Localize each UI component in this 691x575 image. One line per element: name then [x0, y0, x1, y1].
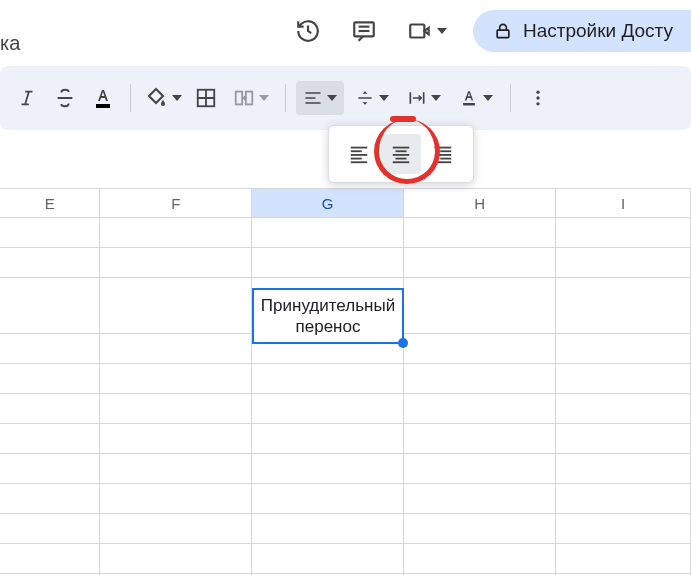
text-rotate-button[interactable] [452, 81, 500, 115]
svg-rect-6 [96, 104, 110, 108]
text-color-button[interactable] [86, 81, 120, 115]
cell[interactable] [252, 514, 404, 544]
col-header-h[interactable]: H [404, 189, 556, 217]
cell[interactable] [556, 248, 691, 278]
cell[interactable] [252, 248, 404, 278]
fill-color-button[interactable] [141, 81, 185, 115]
cell[interactable] [404, 218, 556, 248]
cell[interactable] [0, 334, 100, 364]
cell[interactable] [0, 364, 100, 394]
cell[interactable] [0, 484, 100, 514]
svg-rect-4 [497, 30, 509, 37]
cell[interactable] [556, 218, 691, 248]
cell[interactable] [556, 544, 691, 574]
cell[interactable] [556, 334, 691, 364]
cell[interactable] [100, 484, 252, 514]
cell[interactable] [100, 278, 252, 334]
comment-icon[interactable] [347, 14, 381, 48]
svg-point-20 [536, 96, 539, 99]
borders-button[interactable] [189, 81, 223, 115]
cell[interactable] [100, 334, 252, 364]
cell[interactable] [252, 218, 404, 248]
cell[interactable] [404, 544, 556, 574]
cell[interactable] [404, 248, 556, 278]
cell[interactable] [252, 364, 404, 394]
text-wrap-button[interactable] [400, 81, 448, 115]
align-left-option[interactable] [339, 134, 379, 174]
cell[interactable] [100, 364, 252, 394]
toolbar [0, 66, 691, 130]
cell[interactable] [556, 394, 691, 424]
cell[interactable] [0, 454, 100, 484]
cell[interactable] [252, 544, 404, 574]
cell[interactable] [404, 278, 556, 334]
cell[interactable] [404, 454, 556, 484]
align-center-option[interactable] [381, 134, 421, 174]
col-header-f[interactable]: F [100, 189, 252, 217]
cell[interactable] [0, 514, 100, 544]
merge-button[interactable] [227, 81, 275, 115]
cell[interactable] [0, 218, 100, 248]
column-headers: E F G H I [0, 188, 691, 218]
align-right-option[interactable] [423, 134, 463, 174]
cell[interactable] [100, 514, 252, 544]
grid[interactable] [0, 218, 691, 575]
svg-rect-0 [354, 22, 374, 36]
cell[interactable] [404, 364, 556, 394]
strikethrough-button[interactable] [48, 81, 82, 115]
col-header-g[interactable]: G [252, 189, 404, 217]
cell[interactable] [404, 334, 556, 364]
cell[interactable] [556, 364, 691, 394]
cell[interactable] [556, 424, 691, 454]
italic-button[interactable] [10, 81, 44, 115]
cell[interactable] [252, 454, 404, 484]
cell[interactable] [100, 544, 252, 574]
cell[interactable] [252, 394, 404, 424]
cell[interactable] [252, 424, 404, 454]
selection-handle[interactable] [398, 338, 408, 348]
col-header-e[interactable]: E [0, 189, 100, 217]
cell[interactable] [0, 424, 100, 454]
cell[interactable] [404, 394, 556, 424]
svg-rect-18 [463, 103, 475, 106]
share-label: Настройки Досту [523, 20, 673, 42]
cell[interactable] [556, 514, 691, 544]
more-button[interactable] [521, 81, 555, 115]
cell[interactable] [0, 394, 100, 424]
align-popup [328, 125, 474, 183]
cell[interactable] [0, 544, 100, 574]
selected-cell[interactable]: Принудительный перенос [252, 288, 404, 344]
horizontal-align-button[interactable] [296, 81, 344, 115]
svg-point-21 [536, 102, 539, 105]
col-header-i[interactable]: I [556, 189, 691, 217]
share-button[interactable]: Настройки Досту [473, 10, 691, 52]
svg-rect-3 [410, 25, 424, 38]
history-icon[interactable] [291, 14, 325, 48]
cell[interactable] [556, 278, 691, 334]
svg-rect-10 [236, 92, 242, 105]
cell[interactable] [0, 278, 100, 334]
cell[interactable] [404, 424, 556, 454]
svg-point-19 [536, 91, 539, 94]
vertical-align-button[interactable] [348, 81, 396, 115]
cell[interactable] [404, 514, 556, 544]
doc-subtitle: ка [0, 32, 20, 55]
spreadsheet[interactable]: E F G H I Принудительный перенос [0, 188, 691, 575]
lock-icon [493, 21, 513, 41]
meet-icon[interactable] [403, 14, 451, 48]
cell[interactable] [404, 484, 556, 514]
cell[interactable] [100, 248, 252, 278]
cell[interactable] [556, 484, 691, 514]
cell[interactable] [0, 248, 100, 278]
cell[interactable] [100, 394, 252, 424]
cell[interactable] [252, 484, 404, 514]
cell[interactable] [100, 218, 252, 248]
cell[interactable] [100, 454, 252, 484]
cell[interactable] [100, 424, 252, 454]
cell-value: Принудительный перенос [260, 295, 396, 338]
cell[interactable] [556, 454, 691, 484]
